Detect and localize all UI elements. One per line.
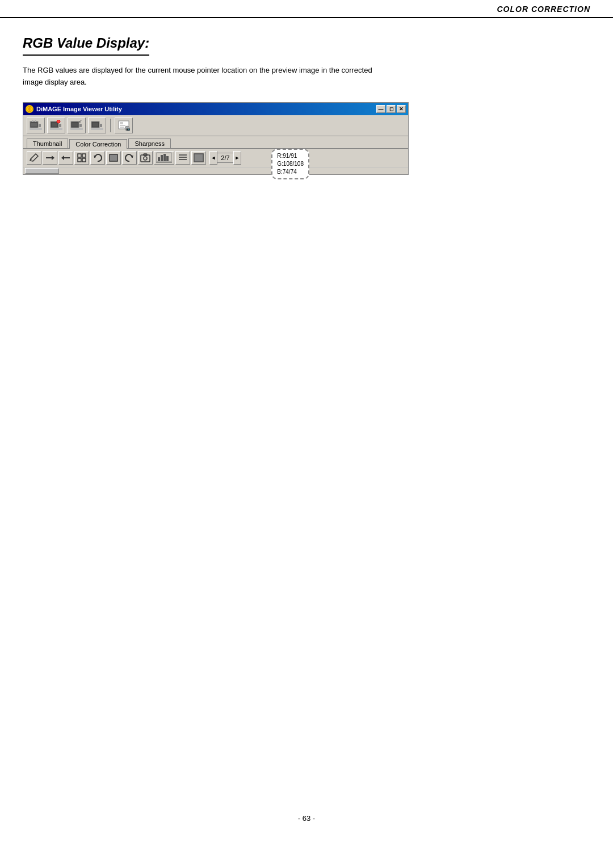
toolbar-btn-1[interactable] bbox=[27, 118, 45, 133]
svg-rect-20 bbox=[100, 124, 102, 127]
svg-rect-49 bbox=[166, 156, 169, 161]
nav-area: ◄ 2/7 ► R:91/91 G:108/108 B:74/74 bbox=[209, 151, 241, 165]
toolbar-btn-2[interactable] bbox=[47, 118, 65, 133]
svg-rect-14 bbox=[72, 123, 78, 127]
window-titlebar: © DiMAGE Image Viewer Utility — ◻ ✕ bbox=[23, 103, 408, 115]
tab-thumbnail[interactable]: Thumbnail bbox=[27, 139, 68, 148]
toolbar-btn-5[interactable]: 📷 bbox=[115, 118, 133, 133]
tool-btn-grid[interactable] bbox=[74, 151, 89, 165]
tab-color-correction[interactable]: Color Correction bbox=[69, 139, 127, 149]
svg-text:📷: 📷 bbox=[126, 126, 130, 131]
toolbar-btn-4[interactable] bbox=[88, 118, 106, 133]
svg-rect-40 bbox=[110, 154, 117, 161]
svg-rect-46 bbox=[158, 157, 160, 161]
svg-rect-35 bbox=[78, 154, 81, 157]
description-line1: The RGB values are displayed for the cur… bbox=[23, 66, 372, 74]
tool-btn-undo[interactable] bbox=[90, 151, 105, 165]
svg-rect-10 bbox=[59, 124, 61, 127]
svg-rect-36 bbox=[82, 154, 86, 157]
toolbar-row-1: ↙ bbox=[23, 115, 408, 136]
rgb-b-value: B:74/74 bbox=[277, 168, 304, 176]
svg-line-30 bbox=[36, 154, 38, 156]
svg-rect-55 bbox=[194, 154, 203, 162]
svg-rect-15 bbox=[79, 124, 82, 127]
header-bar: COLOR CORRECTION bbox=[0, 0, 613, 18]
tool-btn-list[interactable] bbox=[175, 151, 190, 165]
toolbar-row-2: ◄ 2/7 ► R:91/91 G:108/108 B:74/74 bbox=[23, 149, 408, 167]
svg-rect-37 bbox=[78, 158, 81, 162]
window-title-text: DiMAGE Image Viewer Utility bbox=[36, 106, 122, 112]
scrollbar-area[interactable] bbox=[23, 167, 408, 174]
svg-rect-3 bbox=[31, 123, 37, 127]
toolbar-btn-3[interactable]: ↙ bbox=[68, 118, 86, 133]
nav-prev-button[interactable]: ◄ bbox=[209, 151, 217, 165]
tabs-row: Thumbnail Color Correction Sharpness bbox=[23, 136, 408, 149]
svg-rect-6 bbox=[32, 120, 33, 122]
tool-btn-camera[interactable] bbox=[138, 151, 153, 165]
description-line2: image display area. bbox=[23, 78, 87, 86]
app-icon: © bbox=[26, 105, 33, 113]
svg-rect-42 bbox=[141, 155, 150, 162]
page-title: RGB Value Display: bbox=[23, 35, 149, 56]
svg-rect-21 bbox=[91, 128, 103, 130]
rgb-value-bubble: R:91/91 G:108/108 B:74/74 bbox=[271, 149, 309, 179]
page-number: - 63 - bbox=[298, 814, 315, 823]
scrollbar-track bbox=[23, 167, 408, 174]
svg-point-43 bbox=[144, 157, 147, 160]
rgb-r-value: R:91/91 bbox=[277, 152, 304, 160]
close-button[interactable]: ✕ bbox=[397, 105, 406, 113]
rgb-g-value: G:108/108 bbox=[277, 160, 304, 168]
tool-btn-arrow-right[interactable] bbox=[43, 151, 57, 165]
svg-rect-38 bbox=[82, 158, 86, 162]
minimize-button[interactable]: — bbox=[376, 105, 385, 113]
tool-btn-redo[interactable] bbox=[122, 151, 137, 165]
svg-rect-23 bbox=[120, 122, 123, 124]
svg-rect-48 bbox=[163, 154, 166, 161]
nav-next-button[interactable]: ► bbox=[233, 151, 241, 165]
tool-btn-arrow-left[interactable] bbox=[58, 151, 73, 165]
svg-rect-9 bbox=[52, 123, 57, 127]
svg-rect-16 bbox=[70, 128, 83, 130]
description-text: The RGB values are displayed for the cur… bbox=[23, 65, 511, 89]
tool-btn-rect[interactable] bbox=[106, 151, 121, 165]
svg-rect-24 bbox=[120, 125, 125, 126]
page-container: COLOR CORRECTION RGB Value Display: The … bbox=[0, 0, 613, 868]
restore-button[interactable]: ◻ bbox=[387, 105, 396, 113]
tool-btn-histogram[interactable] bbox=[154, 151, 174, 165]
main-content: RGB Value Display: The RGB values are di… bbox=[0, 18, 613, 198]
window-controls: — ◻ ✕ bbox=[376, 105, 406, 113]
tool-btn-pencil[interactable] bbox=[27, 151, 41, 165]
svg-point-12 bbox=[57, 120, 60, 123]
svg-marker-34 bbox=[61, 156, 64, 160]
svg-text:©: © bbox=[28, 107, 31, 111]
tab-sharpness[interactable]: Sharpness bbox=[128, 139, 171, 148]
svg-rect-47 bbox=[161, 155, 163, 161]
app-window: © DiMAGE Image Viewer Utility — ◻ ✕ bbox=[23, 102, 409, 175]
svg-marker-32 bbox=[52, 156, 54, 160]
svg-rect-7 bbox=[35, 120, 36, 122]
window-title-left: © DiMAGE Image Viewer Utility bbox=[26, 105, 122, 113]
svg-rect-19 bbox=[93, 123, 98, 127]
svg-rect-5 bbox=[30, 128, 42, 130]
nav-counter: 2/7 bbox=[217, 153, 233, 163]
svg-text:↙: ↙ bbox=[78, 120, 82, 124]
svg-rect-25 bbox=[120, 127, 124, 128]
tool-btn-image[interactable] bbox=[191, 151, 206, 165]
svg-rect-11 bbox=[50, 128, 62, 130]
section-title: COLOR CORRECTION bbox=[497, 5, 590, 14]
svg-rect-4 bbox=[39, 124, 41, 127]
page-footer: - 63 - bbox=[0, 814, 613, 823]
toolbar-separator-1 bbox=[110, 119, 111, 132]
